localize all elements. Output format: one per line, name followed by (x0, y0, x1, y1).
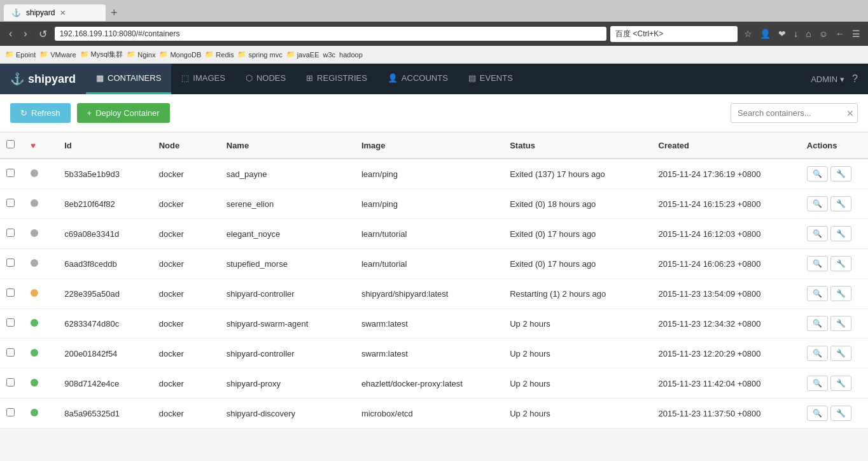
app-logo[interactable]: ⚓ shipyard (0, 64, 86, 94)
back-button[interactable]: ‹ (5, 27, 16, 41)
search-clear-icon[interactable]: ✕ (846, 108, 854, 118)
bookmark-nginx[interactable]: 📁 Nginx (127, 50, 155, 59)
row-checkbox-cell[interactable] (0, 249, 24, 279)
row-image: swarm:latest (355, 339, 503, 369)
header-checkbox[interactable] (0, 132, 24, 159)
table-row: 5b33a5e1b9d3 docker sad_payne learn/ping… (0, 159, 868, 189)
settings-action-button[interactable]: 🔧 (830, 256, 851, 271)
row-id: 908d7142e4ce (58, 369, 152, 399)
emoji-icon[interactable]: ☺ (816, 27, 830, 40)
select-all-checkbox[interactable] (6, 140, 15, 148)
actions-group: 🔍 🔧 (807, 406, 862, 421)
row-status: Up 2 hours (503, 339, 652, 369)
row-checkbox[interactable] (6, 348, 15, 357)
nav-item-registries[interactable]: ⊞ REGISTRIES (296, 64, 377, 94)
bookmark-w3c[interactable]: w3c (323, 51, 336, 59)
row-checkbox[interactable] (6, 169, 15, 177)
bookmark-epoint[interactable]: 📁 Epoint (5, 50, 36, 59)
view-action-button[interactable]: 🔍 (807, 226, 828, 241)
bookmark-javaee[interactable]: 📁 javaEE (286, 50, 319, 59)
reload-button[interactable]: ↺ (35, 27, 51, 41)
bookmark-label: Mysql集群 (91, 50, 123, 59)
search-input[interactable] (731, 103, 858, 123)
bookmark-star-icon[interactable]: ☆ (741, 27, 755, 40)
bookmark-redis[interactable]: 📁 Redis (205, 50, 234, 59)
settings-action-button[interactable]: 🔧 (830, 316, 851, 331)
menu-icon[interactable]: ☰ (850, 27, 863, 40)
nav-item-images[interactable]: ⬚ IMAGES (171, 64, 235, 94)
row-status: Exited (0) 17 hours ago (503, 249, 652, 279)
row-checkbox[interactable] (6, 259, 15, 267)
settings-action-button[interactable]: 🔧 (830, 196, 851, 211)
row-id: 228e395a50ad (58, 279, 152, 309)
row-checkbox[interactable] (6, 408, 15, 416)
view-action-button[interactable]: 🔍 (807, 316, 828, 331)
admin-dropdown[interactable]: ADMIN ▾ (811, 74, 844, 84)
view-action-button[interactable]: 🔍 (807, 256, 828, 271)
view-action-button[interactable]: 🔍 (807, 196, 828, 211)
tab-close-icon[interactable]: ✕ (60, 9, 66, 17)
folder-icon: 📁 (39, 50, 48, 59)
settings-action-button[interactable]: 🔧 (830, 346, 851, 361)
row-checkbox-cell[interactable] (0, 279, 24, 309)
row-name: sad_payne (220, 159, 355, 189)
settings-action-button[interactable]: 🔧 (830, 406, 851, 421)
row-actions-cell: 🔍 🔧 (801, 219, 868, 249)
forward-button[interactable]: › (20, 27, 31, 41)
row-checkbox[interactable] (6, 378, 15, 387)
row-image: learn/ping (355, 189, 503, 219)
bookmark-mysql[interactable]: 📁 Mysql集群 (80, 50, 123, 59)
row-checkbox[interactable] (6, 199, 15, 207)
row-checkbox-cell[interactable] (0, 399, 24, 429)
row-checkbox[interactable] (6, 318, 15, 327)
bookmark-hadoop[interactable]: hadoop (339, 51, 363, 59)
row-created: 2015-11-23 11:37:50 +0800 (652, 399, 801, 429)
bookmark-mongodb[interactable]: 📁 MongoDB (159, 50, 201, 59)
row-name: shipyard-controller (220, 339, 355, 369)
settings-action-button[interactable]: 🔧 (830, 226, 851, 241)
nav-item-accounts[interactable]: 👤 ACCOUNTS (377, 64, 458, 94)
row-checkbox-cell[interactable] (0, 339, 24, 369)
bookmark-vmware[interactable]: 📁 VMware (39, 50, 76, 59)
settings-action-button[interactable]: 🔧 (830, 376, 851, 391)
download-icon[interactable]: ↓ (791, 27, 801, 40)
bookmark-springmvc[interactable]: 📁 spring mvc (237, 50, 282, 59)
row-checkbox[interactable] (6, 229, 15, 237)
deploy-container-button[interactable]: + Deploy Container (77, 103, 170, 123)
nav-item-events[interactable]: ▤ EVENTS (458, 64, 523, 94)
settings-action-button[interactable]: 🔧 (830, 166, 851, 181)
view-action-button[interactable]: 🔍 (807, 406, 828, 421)
nav-item-nodes[interactable]: ⬡ NODES (235, 64, 296, 94)
row-image: ehazlett/docker-proxy:latest (355, 369, 503, 399)
row-created: 2015-11-24 16:15:23 +0800 (652, 189, 801, 219)
row-actions-cell: 🔍 🔧 (801, 189, 868, 219)
table-row: 200e01842f54 docker shipyard-controller … (0, 339, 868, 369)
new-tab-button[interactable]: + (106, 6, 123, 20)
row-checkbox-cell[interactable] (0, 159, 24, 189)
row-checkbox-cell[interactable] (0, 369, 24, 399)
browser-tab[interactable]: ⚓ shipyard ✕ (4, 4, 106, 21)
view-action-button[interactable]: 🔍 (807, 376, 828, 391)
row-checkbox[interactable] (6, 288, 15, 297)
pocket-icon[interactable]: ❤ (776, 27, 788, 40)
table-row: 8eb210f64f82 docker serene_elion learn/p… (0, 189, 868, 219)
refresh-button[interactable]: ↻ Refresh (10, 103, 71, 123)
settings-action-button[interactable]: 🔧 (830, 286, 851, 301)
view-action-button[interactable]: 🔍 (807, 166, 828, 181)
help-icon[interactable]: ? (852, 73, 858, 85)
row-checkbox-cell[interactable] (0, 219, 24, 249)
reader-icon[interactable]: 👤 (757, 27, 773, 40)
back-browser-icon[interactable]: ← (833, 27, 847, 40)
view-action-button[interactable]: 🔍 (807, 346, 828, 361)
view-action-button[interactable]: 🔍 (807, 286, 828, 301)
browser-search-bar[interactable]: 百度 <Ctrl+K> (610, 26, 738, 42)
url-bar[interactable]: 192.168.199.110:8080/#/containers (55, 27, 607, 41)
row-checkbox-cell[interactable] (0, 189, 24, 219)
nav-item-containers[interactable]: ▦ CONTAINERS (86, 64, 171, 94)
row-checkbox-cell[interactable] (0, 309, 24, 339)
row-node: docker (153, 369, 220, 399)
row-image: swarm:latest (355, 309, 503, 339)
bookmark-label: Epoint (16, 51, 36, 59)
nodes-icon: ⬡ (246, 73, 253, 83)
home-icon[interactable]: ⌂ (803, 27, 813, 40)
